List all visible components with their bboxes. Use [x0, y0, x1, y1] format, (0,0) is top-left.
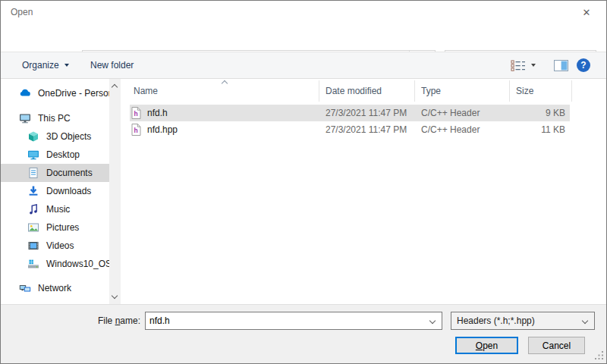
file-name-label: File name: — [81, 315, 140, 326]
file-type: C/C++ Header — [415, 124, 510, 135]
navigation-bar: ← → ↑ « GitHub nativefiledialog src incl… — [1, 24, 606, 52]
chevron-down-icon — [64, 64, 69, 67]
file-name-input[interactable] — [146, 312, 423, 329]
sidebar-item-desktop[interactable]: Desktop — [1, 146, 109, 164]
sidebar-scrollbar[interactable] — [109, 79, 121, 304]
footer: File name: Headers (*.h;*.hpp) Open Canc… — [1, 304, 606, 364]
help-button[interactable]: ? — [577, 52, 590, 78]
file-name-dropdown-icon[interactable] — [423, 312, 442, 329]
chevron-down-icon — [531, 64, 536, 67]
header-file-icon: h — [131, 124, 141, 136]
file-size: 11 KB — [510, 124, 567, 135]
organize-label: Organize — [22, 60, 59, 71]
sidebar-item-label: Videos — [46, 240, 74, 251]
sidebar-item-onedrive[interactable]: OneDrive - Personal — [1, 84, 109, 102]
music-note-icon — [27, 203, 39, 215]
close-icon[interactable]: ✕ — [573, 4, 600, 21]
file-row[interactable]: h nfd.hpp 27/3/2021 11:47 PM C/C++ Heade… — [130, 121, 570, 138]
file-type: C/C++ Header — [415, 108, 510, 118]
scroll-up-icon[interactable] — [112, 84, 118, 90]
toolbar: Organize New folder — [1, 52, 606, 79]
window-title: Open — [11, 7, 33, 17]
file-date: 27/3/2021 11:47 PM — [319, 124, 415, 135]
sidebar-item-documents[interactable]: Documents — [1, 164, 109, 182]
scroll-down-icon[interactable] — [112, 293, 118, 299]
cube-icon — [27, 130, 39, 143]
file-name: nfd.hpp — [147, 124, 178, 135]
file-name: nfd.h — [147, 108, 168, 118]
download-arrow-icon — [27, 185, 39, 197]
file-name-combo — [145, 312, 442, 330]
open-file-dialog: Open ✕ ← → ↑ « GitHub nativefiledialog s… — [0, 0, 607, 364]
sidebar-item-downloads[interactable]: Downloads — [1, 182, 109, 200]
details-view-icon — [511, 60, 526, 71]
sidebar-item-label: This PC — [38, 113, 71, 124]
cancel-button[interactable]: Cancel — [528, 337, 585, 354]
new-folder-button[interactable]: New folder — [90, 52, 134, 78]
column-header-type[interactable]: Type — [415, 80, 510, 102]
sidebar-item-network[interactable]: Network — [1, 279, 109, 297]
document-icon — [27, 167, 39, 179]
sidebar-item-windows10-os[interactable]: Windows10_OS (C: — [1, 255, 109, 273]
sidebar-item-label: Documents — [46, 168, 93, 178]
sidebar-item-label: Downloads — [46, 186, 91, 196]
sidebar-item-label: OneDrive - Personal — [38, 88, 109, 99]
file-size: 9 KB — [510, 108, 567, 118]
preview-pane-icon[interactable] — [554, 52, 568, 78]
sidebar-item-label: Windows10_OS (C: — [46, 259, 109, 269]
change-view-button[interactable] — [511, 52, 536, 78]
main-area: OneDrive - Personal This PC — [1, 79, 607, 304]
network-icon — [19, 282, 31, 294]
file-date: 27/3/2021 11:47 PM — [319, 108, 415, 118]
file-row[interactable]: h nfd.h 27/3/2021 11:47 PM C/C++ Header … — [130, 105, 570, 121]
sidebar-item-label: 3D Objects — [46, 131, 91, 142]
organize-button[interactable]: Organize — [22, 52, 69, 78]
open-button[interactable]: Open — [455, 337, 518, 354]
svg-text:h: h — [134, 110, 137, 118]
list-header: Name Date modified Type Size — [127, 80, 572, 102]
svg-text:h: h — [134, 127, 137, 134]
new-folder-label: New folder — [90, 60, 134, 71]
sidebar-item-label: Music — [46, 204, 70, 215]
column-header-size[interactable]: Size — [510, 80, 572, 102]
film-icon — [27, 240, 39, 252]
help-icon: ? — [577, 58, 590, 72]
picture-icon — [27, 221, 39, 234]
sidebar-item-pictures[interactable]: Pictures — [1, 218, 109, 237]
sidebar-item-3d-objects[interactable]: 3D Objects — [1, 127, 109, 146]
column-header-date-modified[interactable]: Date modified — [319, 80, 415, 102]
file-type-value: Headers (*.h;*.hpp) — [451, 315, 576, 326]
title-bar: Open ✕ — [1, 1, 606, 24]
sidebar-item-music[interactable]: Music — [1, 200, 109, 218]
hard-drive-icon — [27, 258, 39, 270]
file-type-select[interactable]: Headers (*.h;*.hpp) — [451, 312, 595, 330]
desktop-icon — [27, 149, 39, 161]
resize-grip[interactable] — [594, 350, 604, 362]
sidebar-item-label: Pictures — [46, 222, 79, 233]
sidebar-item-this-pc[interactable]: This PC — [1, 109, 109, 127]
computer-icon — [19, 112, 31, 124]
header-file-icon: h — [131, 107, 141, 119]
sidebar-item-label: Desktop — [46, 149, 80, 160]
onedrive-cloud-icon — [19, 87, 31, 99]
file-type-dropdown-icon — [576, 318, 594, 323]
sidebar-item-videos[interactable]: Videos — [1, 237, 109, 255]
sidebar-item-label: Network — [38, 283, 71, 293]
